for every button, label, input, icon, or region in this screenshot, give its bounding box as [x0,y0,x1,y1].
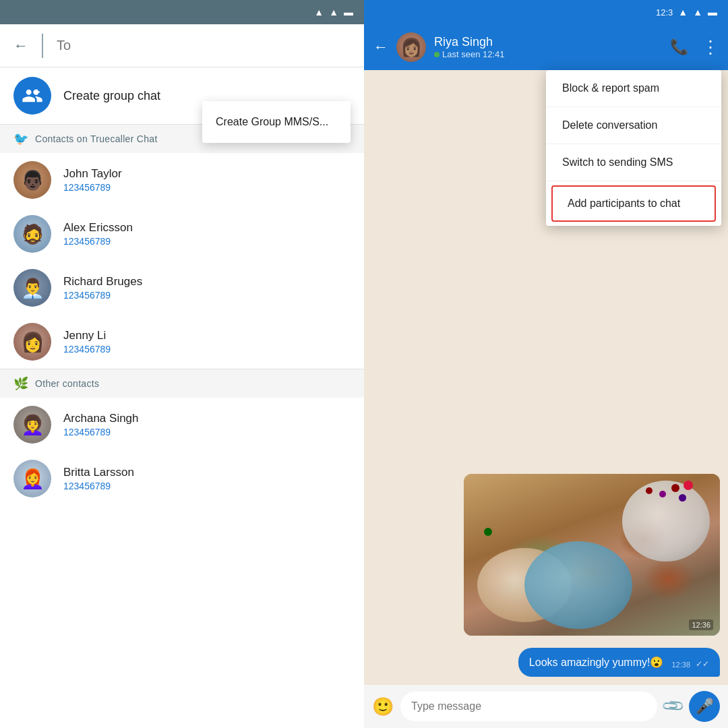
food-image-container: 12:36 [464,474,720,636]
signal-icon-left: ▲ [329,7,338,18]
berry-5 [646,487,653,494]
contact-info-jenny: Jenny Li 123456789 [63,329,351,355]
contact-item-alex[interactable]: 🧔 Alex Ericsson 123456789 [0,207,364,261]
bowl-1 [622,481,710,562]
create-group-mms-item[interactable]: Create Group MMS/S... [202,107,351,138]
contact-name-britta: Britta Larsson [63,466,351,479]
wifi-icon-left: ▲ [314,7,324,18]
attach-button[interactable]: 📎 [661,694,686,719]
header-info: Riya Singh Last seen 12:41 [434,35,662,59]
more-options-icon[interactable]: ⋮ [702,37,719,58]
avatar-richard: 👨‍💼 [13,269,51,307]
last-seen-text: Last seen 12:41 [442,49,505,59]
contact-info-richard: Richard Bruges 123456789 [63,275,351,301]
header-status: Last seen 12:41 [434,49,662,59]
contact-info-alex: Alex Ericsson 123456789 [63,221,351,247]
status-bar-right: 12:3 ▲ ▲ ▬ [364,0,728,24]
mic-button[interactable]: 🎤 [689,691,720,722]
message-text: Looks amazingly yummy!😮 [529,656,664,669]
contact-phone-archana: 123456789 [63,427,351,437]
header-contact-name: Riya Singh [434,35,662,49]
status-bar-left: ▲ ▲ ▬ [0,0,364,24]
other-contacts-icon: 🌿 [13,376,28,391]
avatar-britta: 👩‍🦰 [13,460,51,497]
read-ticks: ✓✓ [696,659,709,669]
contact-info-john: John Taylor 123456789 [63,167,351,193]
contact-item-archana[interactable]: 👩‍🦱 Archana Singh 123456789 [0,398,364,452]
contact-phone-britta: 123456789 [63,481,351,491]
berry-2 [659,491,666,497]
divider [42,34,43,58]
contact-item-britta[interactable]: 👩‍🦰 Britta Larsson 123456789 [0,452,364,506]
berry-1 [671,484,679,492]
signal-icon-right: ▲ [693,7,702,18]
truecaller-icon: 🐦 [13,131,28,146]
call-icon[interactable]: 📞 [670,38,688,56]
mic-icon: 🎤 [696,698,714,715]
avatar-john: 👨🏿 [13,161,51,199]
berry-3 [684,481,693,490]
avatar-alex: 🧔 [13,215,51,253]
contact-info-britta: Britta Larsson 123456789 [63,466,351,491]
group-icon-circle [13,77,51,115]
contact-phone-jenny: 123456789 [63,344,351,355]
create-group-label: Create group chat [63,89,160,103]
contact-phone-alex: 123456789 [63,236,351,247]
contact-item-richard[interactable]: 👨‍💼 Richard Bruges 123456789 [0,261,364,315]
berry-4 [679,494,686,502]
contact-item-jenny[interactable]: 👩 Jenny Li 123456789 [0,315,364,369]
bottom-bar: 🙂 📎 🎤 [364,685,728,728]
status-time: 12:3 [656,7,673,18]
wifi-icon-right: ▲ [678,7,688,18]
berry-6 [484,528,492,536]
back-button-right[interactable]: ← [373,38,388,56]
contact-avatar-riya[interactable]: 👩🏽 [396,32,426,62]
search-bar: ← [0,24,364,67]
context-menu: Block & report spam Delete conversation … [546,70,721,226]
message-time: 12:38 [671,661,690,669]
back-button-left[interactable]: ← [13,37,28,55]
block-report-item[interactable]: Block & report spam [546,70,721,107]
header-actions: 📞 ⋮ [670,37,719,58]
contact-info-archana: Archana Singh 123456789 [63,412,351,437]
avatar-archana: 👩‍🦱 [13,406,51,444]
contact-name-john: John Taylor [63,167,351,181]
food-image: 12:36 [464,474,720,636]
create-group-section[interactable]: Create group chat Create Group MMS/S... [0,67,364,124]
image-timestamp: 12:36 [689,619,713,630]
other-contacts-label: Other contacts [35,378,99,389]
add-group-icon [22,85,43,107]
to-input[interactable] [57,38,351,53]
message-input[interactable] [400,692,657,721]
online-indicator [434,52,439,57]
plate-2 [524,541,632,629]
truecaller-section-label: Contacts on Truecaller Chat [35,133,158,144]
contact-name-alex: Alex Ericsson [63,221,351,235]
contact-name-archana: Archana Singh [63,412,351,425]
right-panel: 12:3 ▲ ▲ ▬ ← 👩🏽 Riya Singh Last seen 12:… [364,0,728,728]
emoji-button[interactable]: 🙂 [372,696,394,717]
message-bubble: Looks amazingly yummy!😮 12:38 ✓✓ [518,648,720,677]
contact-phone-richard: 123456789 [63,290,351,301]
create-group-dropdown: Create Group MMS/S... [202,101,351,143]
add-participants-item[interactable]: Add participants to chat [551,185,716,222]
avatar-jenny: 👩 [13,323,51,361]
other-contacts-section-header: 🌿 Other contacts [0,369,364,398]
delete-conversation-item[interactable]: Delete conversation [546,107,721,144]
contact-item-john[interactable]: 👨🏿 John Taylor 123456789 [0,153,364,207]
contact-name-richard: Richard Bruges [63,275,351,289]
left-panel: ▲ ▲ ▬ ← Create group chat Create Group M… [0,0,364,728]
battery-icon-right: ▬ [708,7,717,18]
switch-sms-item[interactable]: Switch to sending SMS [546,144,721,181]
contact-name-jenny: Jenny Li [63,329,351,342]
chat-header: ← 👩🏽 Riya Singh Last seen 12:41 📞 ⋮ [364,24,728,70]
contact-phone-john: 123456789 [63,182,351,193]
battery-icon-left: ▬ [344,7,353,18]
